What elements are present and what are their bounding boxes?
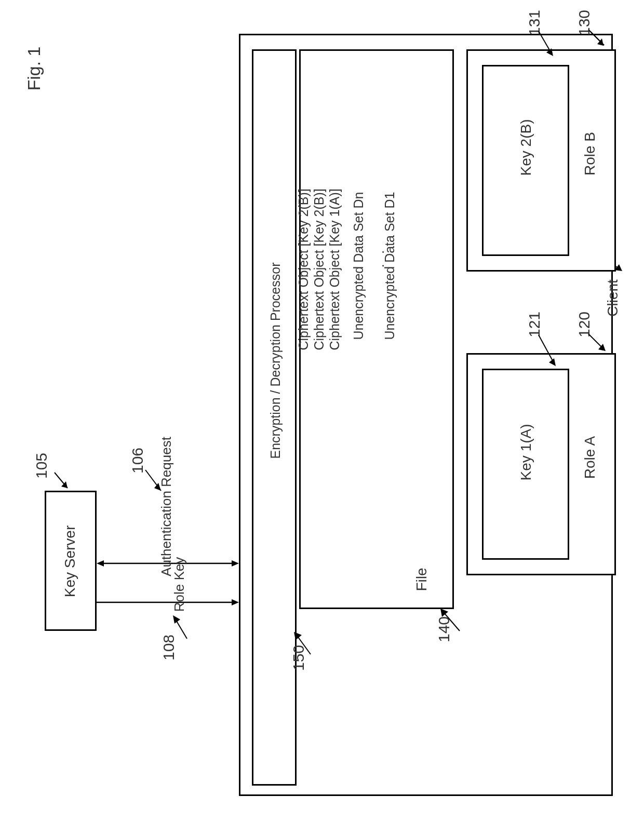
- arrow-ref-120: [586, 331, 609, 355]
- key-1a-label: Key 1(A): [518, 421, 534, 483]
- file-line-dn: Unencrypted Data Set Dn: [351, 164, 366, 340]
- svg-line-19: [588, 30, 604, 45]
- svg-marker-25: [294, 632, 302, 640]
- role-a-label: Role A: [582, 431, 598, 483]
- file-line-c2: Ciphertext Object [Key 2(B)]: [312, 153, 327, 350]
- arrow-ref-108: [171, 615, 192, 641]
- svg-line-9: [176, 619, 187, 639]
- svg-line-24: [297, 635, 311, 654]
- svg-marker-4: [232, 560, 239, 566]
- svg-marker-6: [154, 483, 161, 491]
- arrow-ref-130: [586, 27, 609, 50]
- arrow-ref-106: [143, 467, 166, 496]
- svg-line-22: [443, 612, 460, 631]
- role-key-label: Role Key: [171, 554, 187, 616]
- file-label: File: [413, 564, 430, 595]
- figure-title: Fig. 1: [24, 29, 44, 91]
- svg-line-15: [539, 335, 554, 363]
- role-key-arrow: [97, 597, 239, 608]
- key-2b-label: Key 2(B): [518, 116, 534, 179]
- svg-marker-3: [97, 560, 104, 566]
- arrow-ref-131: [536, 29, 557, 59]
- arrow-ref-121: [536, 332, 559, 369]
- svg-marker-10: [173, 615, 180, 624]
- file-line-c1: Ciphertext Object [Key 1(A)]: [327, 153, 342, 350]
- key-server-label: Key Server: [62, 522, 78, 600]
- processor-label: Encryption / Decryption Processor: [268, 247, 283, 475]
- file-dots-1: . .: [371, 237, 387, 268]
- arrow-ref-105: [52, 470, 73, 493]
- key-server-ref: 105: [33, 453, 50, 479]
- arrow-ref-150: [292, 631, 316, 657]
- client-label: Client: [605, 272, 621, 324]
- role-b-label: Role B: [582, 128, 598, 180]
- svg-marker-8: [232, 599, 239, 605]
- arrow-ref-140: [439, 608, 465, 633]
